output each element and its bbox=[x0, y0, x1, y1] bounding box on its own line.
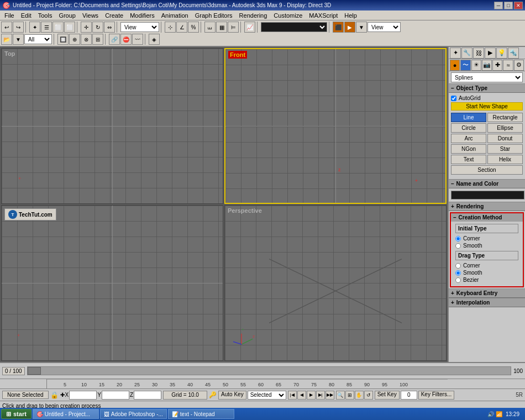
window-crossing-button[interactable]: ⬜ bbox=[64, 22, 75, 33]
menu-rendering[interactable]: Rendering bbox=[236, 12, 271, 19]
close-button[interactable]: ✕ bbox=[514, 2, 523, 9]
viewport-perspective[interactable]: Perspective z + bbox=[224, 205, 447, 361]
render-scene-button[interactable]: ⬛ bbox=[333, 22, 344, 33]
menu-maxscript[interactable]: MAXScript bbox=[306, 12, 341, 19]
taskbar-photoshop[interactable]: 🖼 Adobe Photoshop -... bbox=[100, 409, 167, 419]
helpers-btn[interactable]: ✚ bbox=[492, 60, 502, 71]
tb2-rotate[interactable]: ⊗ bbox=[81, 34, 92, 45]
shape-rectangle-btn[interactable]: Rectangle bbox=[487, 113, 523, 122]
systems-btn[interactable]: ⚙ bbox=[514, 60, 524, 71]
undo-button[interactable]: ↩ bbox=[1, 22, 12, 33]
angle-snap-button[interactable]: ∠ bbox=[176, 22, 187, 33]
select-by-name-button[interactable]: ☰ bbox=[41, 22, 52, 33]
render-type-dropdown[interactable]: ▼ bbox=[356, 22, 367, 33]
menu-views[interactable]: Views bbox=[79, 12, 102, 19]
frame-number-input[interactable] bbox=[401, 391, 417, 400]
time-slider-thumb[interactable] bbox=[28, 367, 41, 375]
taskbar-notepad[interactable]: 📝 text - Notepad bbox=[168, 409, 234, 419]
drag-smooth-radio[interactable] bbox=[455, 270, 461, 276]
menu-group[interactable]: Group bbox=[55, 12, 79, 19]
motion-panel-btn[interactable]: ▶ bbox=[485, 48, 496, 59]
shape-star-btn[interactable]: Star bbox=[487, 144, 523, 154]
go-start-btn[interactable]: |◀ bbox=[288, 391, 297, 400]
named-sel-dropdown[interactable] bbox=[261, 22, 327, 32]
filter-btn[interactable]: ▼ bbox=[13, 34, 24, 45]
z-coord-input[interactable] bbox=[134, 391, 161, 400]
shape-circle-btn[interactable]: Circle bbox=[451, 123, 486, 133]
layer-manager-button[interactable]: 📂 bbox=[1, 34, 12, 45]
start-button[interactable]: ⊞ start bbox=[1, 409, 32, 419]
utilities-panel-btn[interactable]: 🔩 bbox=[508, 48, 519, 59]
snap-toggle-button[interactable]: ⊹ bbox=[165, 22, 176, 33]
menu-create[interactable]: Create bbox=[102, 12, 127, 19]
select-filter-btn[interactable]: 🔲 bbox=[57, 34, 69, 45]
quick-render-button[interactable]: ▶ bbox=[344, 22, 355, 33]
viewport-top[interactable]: Top + bbox=[1, 48, 223, 204]
hierarchy-panel-btn[interactable]: ⛓ bbox=[473, 48, 484, 59]
creation-method-header[interactable]: – Creation Method bbox=[451, 213, 523, 222]
minimize-button[interactable]: ─ bbox=[494, 2, 503, 9]
move-button[interactable]: ✛ bbox=[81, 22, 92, 33]
interpolation-header[interactable]: + Interpolation bbox=[449, 298, 525, 307]
shape-line-btn[interactable]: Line bbox=[451, 113, 486, 122]
menu-customize[interactable]: Customize bbox=[270, 12, 306, 19]
zoom-all-btn[interactable]: ⊞ bbox=[345, 391, 354, 400]
rect-select-button[interactable]: ⬜ bbox=[53, 22, 64, 33]
time-slider-track[interactable] bbox=[27, 366, 512, 375]
arc-rotate-btn[interactable]: ↺ bbox=[364, 391, 373, 400]
x-coord-input[interactable] bbox=[69, 391, 97, 400]
percent-snap-button[interactable]: % bbox=[188, 22, 199, 33]
cameras-btn[interactable]: 📷 bbox=[482, 60, 492, 71]
autogrid-checkbox[interactable] bbox=[451, 96, 456, 101]
start-new-shape-btn[interactable]: Start New Shape bbox=[451, 102, 523, 111]
shapes-btn[interactable]: 〜 bbox=[460, 60, 470, 71]
select-button[interactable]: ✦ bbox=[29, 22, 40, 33]
redo-button[interactable]: ↪ bbox=[13, 22, 24, 33]
menu-file[interactable]: File bbox=[1, 12, 18, 19]
shape-section-btn[interactable]: Section bbox=[451, 165, 523, 175]
shape-helix-btn[interactable]: Helix bbox=[487, 155, 523, 164]
set-key-btn[interactable]: Set Key bbox=[375, 391, 400, 400]
name-color-header[interactable]: – Name and Color bbox=[449, 179, 525, 188]
keyboard-entry-header[interactable]: + Keyboard Entry bbox=[449, 288, 525, 298]
align-button[interactable]: ⊨ bbox=[228, 22, 239, 33]
lights-btn[interactable]: ☀ bbox=[471, 60, 481, 71]
object-type-header[interactable]: – Object Type bbox=[449, 83, 525, 93]
tb2-move[interactable]: ⊕ bbox=[69, 34, 80, 45]
modify-panel-btn[interactable]: 🔧 bbox=[461, 48, 473, 59]
zoom-btn[interactable]: 🔍 bbox=[336, 391, 345, 400]
link-btn[interactable]: 🔗 bbox=[109, 34, 120, 45]
y-coord-input[interactable] bbox=[102, 391, 129, 400]
prev-frame-btn[interactable]: ◀ bbox=[297, 391, 306, 400]
reference-coord-dropdown[interactable]: View bbox=[120, 22, 159, 32]
unlink-btn[interactable]: ⛔ bbox=[120, 34, 132, 45]
shape-text-btn[interactable]: Text bbox=[451, 155, 486, 164]
shape-ngon-btn[interactable]: NGon bbox=[451, 144, 486, 154]
array-button[interactable]: ▦ bbox=[216, 22, 227, 33]
menu-animation[interactable]: Animation bbox=[158, 12, 192, 19]
spacewarps-btn[interactable]: ≈ bbox=[503, 60, 513, 71]
viewport-front[interactable]: Front z + bbox=[224, 48, 447, 204]
maximize-button[interactable]: □ bbox=[504, 2, 513, 9]
initial-corner-radio[interactable] bbox=[455, 236, 461, 242]
bind-space-warp-btn[interactable]: 〰 bbox=[132, 34, 143, 45]
shape-ellipse-btn[interactable]: Ellipse bbox=[487, 123, 523, 133]
pan-btn[interactable]: ✋ bbox=[355, 391, 364, 400]
tb2-scale[interactable]: ⊞ bbox=[92, 34, 103, 45]
sub-object-btn[interactable]: ◈ bbox=[149, 34, 160, 45]
layer-dropdown[interactable]: All bbox=[24, 34, 52, 44]
view-render-dropdown[interactable]: View bbox=[368, 22, 401, 32]
shape-donut-btn[interactable]: Donut bbox=[487, 134, 523, 143]
category-dropdown[interactable]: Splines Extended Primitives Standard Pri… bbox=[451, 72, 523, 82]
display-panel-btn[interactable]: 💡 bbox=[496, 48, 507, 59]
menu-graph-editors[interactable]: Graph Editors bbox=[192, 12, 236, 19]
drag-bezier-radio[interactable] bbox=[455, 277, 461, 283]
menu-tools[interactable]: Tools bbox=[35, 12, 56, 19]
auto-key-btn[interactable]: Auto Key bbox=[218, 391, 246, 400]
viewport-left[interactable]: Left T TechTut.com + bbox=[1, 205, 223, 361]
mirror-button[interactable]: ⧢ bbox=[204, 22, 216, 33]
shape-arc-btn[interactable]: Arc bbox=[451, 134, 486, 143]
menu-modifiers[interactable]: Modifiers bbox=[127, 12, 158, 19]
next-frame-btn[interactable]: ▶| bbox=[316, 391, 325, 400]
key-filters-btn[interactable]: Key Filters... bbox=[418, 391, 455, 400]
